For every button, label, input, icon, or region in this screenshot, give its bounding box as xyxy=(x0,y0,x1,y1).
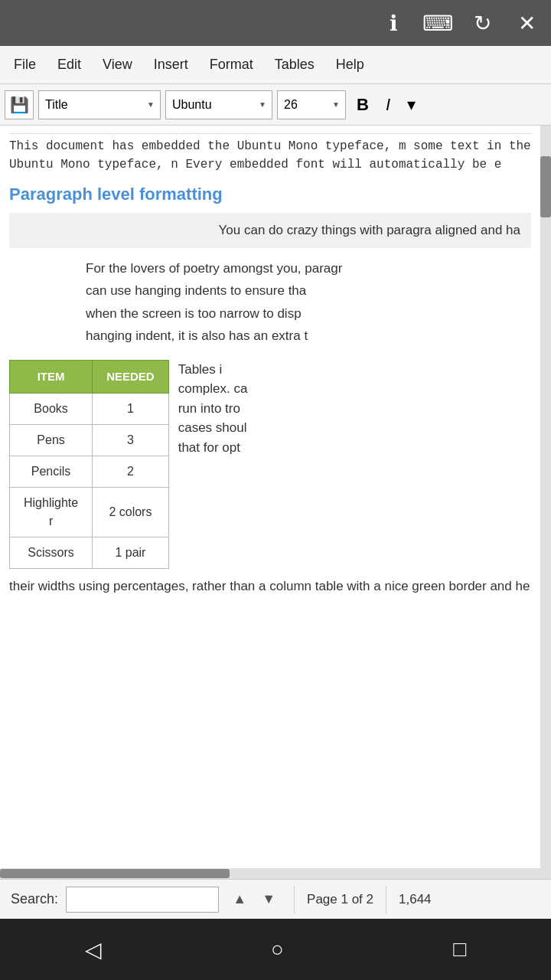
table-cell: Pens xyxy=(10,425,93,456)
menu-bar: File Edit View Insert Format Tables Help xyxy=(0,46,551,84)
home-button[interactable]: ○ xyxy=(248,929,307,969)
table-side-text: Tables i complex. ca run into tro cases … xyxy=(178,360,531,458)
bold-button[interactable]: B xyxy=(350,92,375,118)
content-area: This document has embedded the Ubuntu Mo… xyxy=(0,126,551,868)
table-row: Books 1 xyxy=(10,394,169,425)
horizontal-scrollbar[interactable] xyxy=(0,868,551,879)
table-cell: Pencils xyxy=(10,456,93,488)
page-info: Page 1 of 2 xyxy=(307,892,373,907)
table-cell: Highlighte r xyxy=(10,488,93,537)
document-content[interactable]: This document has embedded the Ubuntu Mo… xyxy=(0,126,540,868)
table-section: ITEM NEEDED Books 1 Pens 3 Pencils xyxy=(9,360,531,570)
col-header-needed: NEEDED xyxy=(93,360,169,394)
word-count: 1,644 xyxy=(399,892,432,907)
menu-edit[interactable]: Edit xyxy=(47,52,92,77)
table-cell: 2 xyxy=(93,456,169,488)
table-row: Pencils 2 xyxy=(10,456,169,488)
table-cell: 1 xyxy=(93,394,169,425)
search-divider xyxy=(294,886,295,913)
menu-format[interactable]: Format xyxy=(199,52,264,77)
info-icon[interactable]: ℹ xyxy=(378,11,409,36)
refresh-icon[interactable]: ↻ xyxy=(467,11,497,36)
search-down-button[interactable]: ▼ xyxy=(256,887,282,913)
system-bar: ℹ ⌨ ↻ ✕ xyxy=(0,0,551,46)
table-cell: 3 xyxy=(93,425,169,456)
close-icon[interactable]: ✕ xyxy=(511,11,542,36)
back-button[interactable]: ◁ xyxy=(62,929,125,970)
font-select-wrapper: Ubuntu Arial Times New Roman xyxy=(165,90,272,119)
scrollbar-thumb[interactable] xyxy=(540,156,551,217)
toolbar: 💾 Title Heading 1 Normal Ubuntu Arial Ti… xyxy=(0,84,551,126)
menu-view[interactable]: View xyxy=(92,52,143,77)
indented-paragraph: You can do crazy things with paragra ali… xyxy=(9,213,531,248)
table-cell: Books xyxy=(10,394,93,425)
table-cell: Scissors xyxy=(10,537,93,569)
search-input[interactable] xyxy=(66,887,219,913)
h-scrollbar-thumb[interactable] xyxy=(0,869,230,878)
menu-help[interactable]: Help xyxy=(325,52,375,77)
section-heading: Paragraph level formatting xyxy=(9,181,531,207)
col-header-item: ITEM xyxy=(10,360,93,394)
nav-bar: ◁ ○ □ xyxy=(0,919,551,980)
search-nav-buttons: ▲ ▼ xyxy=(227,887,282,913)
search-label: Search: xyxy=(11,891,58,907)
menu-tables[interactable]: Tables xyxy=(264,52,325,77)
menu-insert[interactable]: Insert xyxy=(143,52,199,77)
items-table: ITEM NEEDED Books 1 Pens 3 Pencils xyxy=(9,360,169,570)
italic-button[interactable]: I xyxy=(380,92,396,118)
poetry-paragraph: For the lovers of poetry amongst you, pa… xyxy=(9,259,531,349)
table-cell: 2 colors xyxy=(93,488,169,537)
bottom-paragraph: their widths using percentages, rather t… xyxy=(9,577,531,596)
font-select[interactable]: Ubuntu Arial Times New Roman xyxy=(165,90,272,119)
save-icon: 💾 xyxy=(10,96,29,114)
table-row: Highlighte r 2 colors xyxy=(10,488,169,537)
menu-file[interactable]: File xyxy=(3,52,47,77)
table-row: Scissors 1 pair xyxy=(10,537,169,569)
doc-top-text: This document has embedded the Ubuntu Mo… xyxy=(9,133,531,174)
search-divider-2 xyxy=(386,886,386,913)
search-bar: Search: ▲ ▼ Page 1 of 2 1,644 xyxy=(0,879,551,919)
vertical-scrollbar[interactable] xyxy=(540,126,551,868)
save-button[interactable]: 💾 xyxy=(5,90,34,119)
recents-button[interactable]: □ xyxy=(430,929,489,969)
style-select[interactable]: Title Heading 1 Normal xyxy=(38,90,161,119)
search-up-button[interactable]: ▲ xyxy=(227,887,253,913)
table-row: Pens 3 xyxy=(10,425,169,456)
keyboard-icon[interactable]: ⌨ xyxy=(422,11,453,36)
more-formatting-button[interactable]: ▾ xyxy=(401,92,422,118)
table-cell: 1 pair xyxy=(93,537,169,569)
size-select[interactable]: 26 12 14 18 24 xyxy=(277,90,346,119)
style-select-wrapper: Title Heading 1 Normal xyxy=(38,90,161,119)
size-select-wrapper: 26 12 14 18 24 xyxy=(277,90,346,119)
